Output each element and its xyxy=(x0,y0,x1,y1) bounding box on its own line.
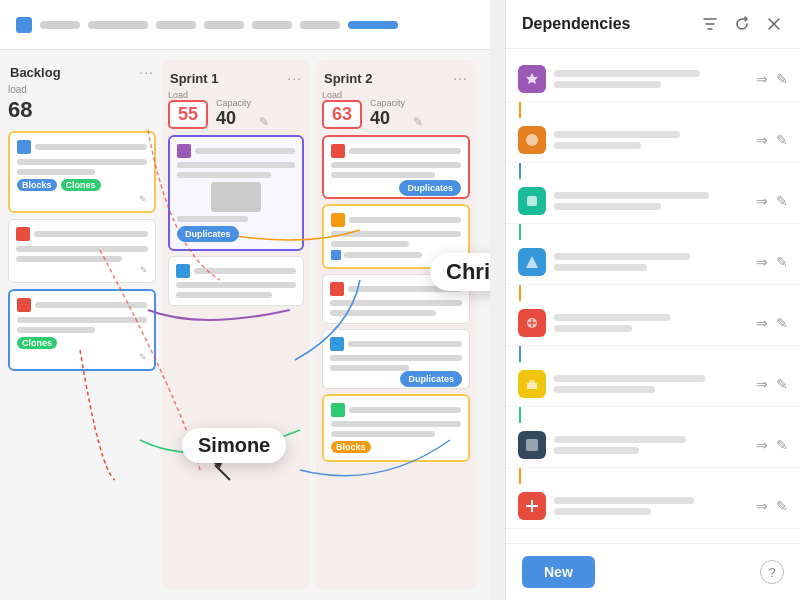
card-color-indicator xyxy=(17,140,31,154)
sprint2-card-4[interactable]: Duplicates ✎ xyxy=(322,329,470,389)
card-edit-icon: ✎ xyxy=(17,194,147,204)
dep-arrow-icon[interactable]: ⇒ xyxy=(756,132,768,148)
dep-arrow-icon[interactable]: ⇒ xyxy=(756,376,768,392)
dep-arrow-icon[interactable]: ⇒ xyxy=(756,71,768,87)
dep-edit-icon[interactable]: ✎ xyxy=(776,376,788,392)
dep-row: ⇒ ✎ xyxy=(506,240,800,285)
tag-clones: Clones xyxy=(17,337,57,349)
tooltip-duplicates: Duplicates xyxy=(177,226,239,242)
toolbar-item[interactable] xyxy=(156,21,196,29)
sprint2-title: Sprint 2 xyxy=(324,71,372,86)
card-line xyxy=(17,317,147,323)
card-color-indicator xyxy=(331,213,345,227)
dep-connector xyxy=(519,468,521,484)
dep-edit-icon[interactable]: ✎ xyxy=(776,193,788,209)
card-color-indicator xyxy=(331,403,345,417)
dep-icon-4 xyxy=(518,248,546,276)
card-line xyxy=(34,231,148,237)
dep-edit-icon[interactable]: ✎ xyxy=(776,315,788,331)
svg-point-2 xyxy=(526,134,538,146)
dep-content-3 xyxy=(554,192,748,210)
tag-blocks: Blocks xyxy=(331,441,371,453)
backlog-stat-value: 68 xyxy=(8,97,156,123)
dep-content-6 xyxy=(554,375,748,393)
toolbar xyxy=(0,0,490,50)
dep-line xyxy=(554,314,670,321)
card-edit-icon: ✎ xyxy=(16,265,148,275)
card-lines xyxy=(176,282,296,298)
dep-edit-icon[interactable]: ✎ xyxy=(776,71,788,87)
card-line xyxy=(331,431,435,437)
backlog-column: Backlog ··· load 68 Blocks Clones xyxy=(8,60,156,590)
backlog-card-3[interactable]: Clones ✎ xyxy=(8,289,156,371)
dep-line xyxy=(554,325,632,332)
dep-actions-6: ⇒ ✎ xyxy=(756,376,788,392)
dep-content-1 xyxy=(554,70,748,88)
toolbar-item[interactable] xyxy=(252,21,292,29)
dep-actions-2: ⇒ ✎ xyxy=(756,132,788,148)
sprint1-menu[interactable]: ··· xyxy=(287,70,302,86)
help-label: ? xyxy=(768,565,775,580)
dep-edit-icon[interactable]: ✎ xyxy=(776,132,788,148)
sprint1-card-1[interactable]: Duplicates xyxy=(168,135,304,251)
dep-row: ⇒ ✎ xyxy=(506,57,800,102)
card-lines xyxy=(16,246,148,262)
card-line xyxy=(194,268,296,274)
chris-bubble: Chris xyxy=(430,253,490,291)
sprint1-card-2[interactable] xyxy=(168,256,304,306)
dep-actions-3: ⇒ ✎ xyxy=(756,193,788,209)
dep-line xyxy=(554,203,661,210)
dep-line xyxy=(554,508,651,515)
backlog-card-2[interactable]: ✎ xyxy=(8,219,156,283)
sprint2-menu[interactable]: ··· xyxy=(453,70,468,86)
dep-arrow-icon[interactable]: ⇒ xyxy=(756,437,768,453)
board-area: Backlog ··· load 68 Blocks Clones xyxy=(0,0,490,600)
card-line xyxy=(16,256,122,262)
card-line xyxy=(349,407,461,413)
sprint2-load-label: Load xyxy=(322,90,362,100)
dep-edit-icon[interactable]: ✎ xyxy=(776,437,788,453)
logo-icon xyxy=(16,17,32,33)
card-color-indicator xyxy=(331,144,345,158)
toolbar-item[interactable] xyxy=(40,21,80,29)
tooltip-duplicates-2: Duplicates xyxy=(399,180,461,196)
sprint2-capacity-value: 40 xyxy=(370,108,405,129)
backlog-title: Backlog xyxy=(10,65,61,80)
dep-line xyxy=(554,70,700,77)
dep-arrow-icon[interactable]: ⇒ xyxy=(756,254,768,270)
toolbar-item-active[interactable] xyxy=(348,21,398,29)
card-line xyxy=(331,421,461,427)
backlog-card-1[interactable]: Blocks Clones ✎ xyxy=(8,131,156,213)
dep-actions-7: ⇒ ✎ xyxy=(756,437,788,453)
help-icon[interactable]: ? xyxy=(760,560,784,584)
dep-content-4 xyxy=(554,253,748,271)
dependencies-list: ⇒ ✎ ⇒ ✎ xyxy=(506,49,800,543)
sprint1-edit-icon[interactable]: ✎ xyxy=(259,115,269,129)
dep-arrow-icon[interactable]: ⇒ xyxy=(756,498,768,514)
dep-edit-icon[interactable]: ✎ xyxy=(776,254,788,270)
toolbar-item[interactable] xyxy=(88,21,148,29)
card-lines xyxy=(331,421,461,437)
dep-edit-icon[interactable]: ✎ xyxy=(776,498,788,514)
filter-icon[interactable] xyxy=(700,14,720,34)
toolbar-item[interactable] xyxy=(204,21,244,29)
sprint2-edit-icon[interactable]: ✎ xyxy=(413,115,423,129)
dep-line xyxy=(554,447,639,454)
dep-row: ⇒ ✎ xyxy=(506,484,800,529)
chris-label: Chris xyxy=(446,259,490,284)
dep-content-2 xyxy=(554,131,748,149)
refresh-icon[interactable] xyxy=(732,14,752,34)
close-icon[interactable] xyxy=(764,14,784,34)
backlog-menu[interactable]: ··· xyxy=(139,64,154,80)
backlog-stat-label: load xyxy=(8,84,156,95)
dep-actions-5: ⇒ ✎ xyxy=(756,315,788,331)
card-lines xyxy=(177,162,295,178)
dep-arrow-icon[interactable]: ⇒ xyxy=(756,193,768,209)
card-line xyxy=(330,310,436,316)
dep-icon-3 xyxy=(518,187,546,215)
toolbar-item[interactable] xyxy=(300,21,340,29)
sprint2-card-1[interactable]: Duplicates ✎ xyxy=(322,135,470,199)
new-button[interactable]: New xyxy=(522,556,595,588)
dep-arrow-icon[interactable]: ⇒ xyxy=(756,315,768,331)
sprint2-card-5[interactable]: Blocks xyxy=(322,394,470,462)
